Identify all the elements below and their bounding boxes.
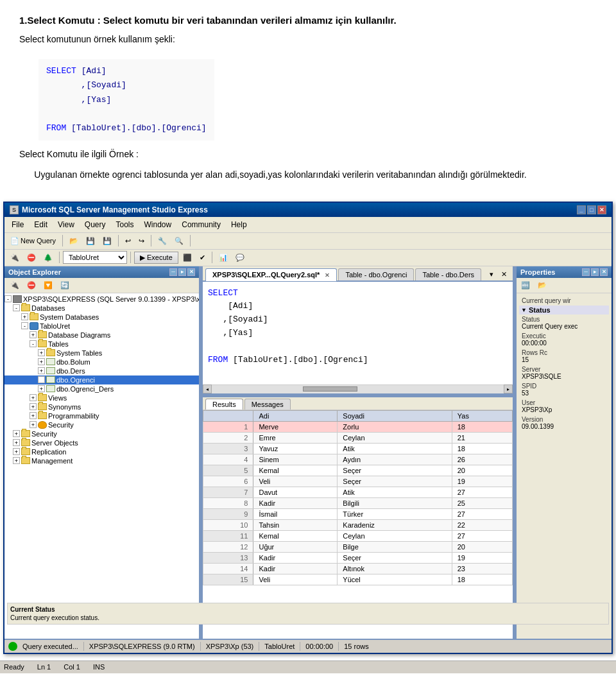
tree-node-synonyms[interactable]: + Synonyms: [4, 402, 199, 411]
replication-toggle[interactable]: +: [13, 448, 20, 455]
undo-button[interactable]: ↩: [122, 235, 134, 247]
tree-node-db-diagrams[interactable]: + Database Diagrams: [4, 331, 199, 340]
table-row[interactable]: 6 Veli Seçer 19: [203, 476, 513, 487]
dbo-ogrenci-ders-toggle[interactable]: +: [38, 385, 45, 392]
tree-node-dbo-ogrenci[interactable]: + dbo.Ogrenci: [4, 375, 199, 384]
disconnect-button[interactable]: ⛔: [24, 252, 39, 264]
results-tab-results[interactable]: Results: [205, 399, 243, 410]
tree-node-security-top[interactable]: + Security: [4, 429, 199, 438]
messages-button[interactable]: 💬: [232, 252, 248, 264]
table-row[interactable]: 10 Tahsin Karadeniz 22: [203, 519, 513, 530]
parse-button[interactable]: ✔: [196, 252, 209, 264]
tree-node-server[interactable]: - XPSP3\SQLEXPRESS (SQL Server 9.0.1399 …: [4, 295, 199, 304]
hscroll-right[interactable]: ▸: [504, 384, 513, 393]
databases-toggle[interactable]: -: [13, 304, 20, 311]
save-button[interactable]: 💾: [83, 235, 98, 247]
tablouret-toggle[interactable]: -: [21, 322, 28, 329]
new-query-button[interactable]: 📄 New Query: [7, 235, 59, 247]
save-all-button[interactable]: 💾: [99, 235, 115, 247]
query-hscroll[interactable]: ◂ ▸: [203, 384, 513, 393]
table-row[interactable]: 7 Davut Atik 27: [203, 487, 513, 497]
dbo-ders-toggle[interactable]: +: [38, 367, 45, 374]
oe-refresh-button[interactable]: 🔄: [57, 279, 73, 291]
properties-header-buttons[interactable]: ─ ▸ ✕: [582, 268, 608, 276]
maximize-button[interactable]: □: [587, 205, 596, 214]
system-tables-toggle[interactable]: +: [38, 349, 45, 356]
tree-node-programmability[interactable]: + Programmability: [4, 411, 199, 420]
panel-header-buttons[interactable]: ─ ▸ ✕: [169, 268, 195, 276]
tree-node-dbo-ders[interactable]: + dbo.Ders: [4, 367, 199, 375]
security-top-toggle[interactable]: +: [13, 430, 20, 437]
table-row[interactable]: 8 Kadir Bilgili 25: [203, 497, 513, 508]
tabs-dropdown-button[interactable]: ▾: [486, 268, 497, 280]
table-row[interactable]: 9 İsmail Türker 27: [203, 508, 513, 519]
tabs-right-buttons[interactable]: ▾ ✕: [486, 268, 510, 280]
tree-node-tablouret[interactable]: - TabloUret: [4, 322, 199, 331]
hscroll-left[interactable]: ◂: [203, 384, 212, 393]
table-row[interactable]: 14 Kadir Altınok 23: [203, 563, 513, 574]
menu-view[interactable]: View: [53, 218, 79, 231]
dbo-bolum-toggle[interactable]: +: [38, 358, 45, 365]
menu-help[interactable]: Help: [227, 218, 252, 231]
query-tab-0-close[interactable]: ✕: [325, 272, 330, 279]
oe-connect-button[interactable]: 🔌: [7, 279, 22, 291]
management-toggle[interactable]: +: [13, 457, 20, 464]
tree-node-dbo-ogrenci-ders[interactable]: + dbo.Ogrenci_Ders: [4, 384, 199, 393]
tree-node-databases[interactable]: - Databases: [4, 304, 199, 313]
properties-button[interactable]: 🔧: [155, 235, 170, 247]
tree-node-system-tables[interactable]: + System Tables: [4, 349, 199, 358]
menu-tools[interactable]: Tools: [112, 218, 139, 231]
query-tab-1[interactable]: Table - dbo.Ogrenci: [338, 268, 414, 280]
execute-button[interactable]: ▶ Execute: [134, 252, 178, 264]
query-editor[interactable]: SELECT [Adi] ,[Soyadi] ,[Yas] FROM [Tabl…: [203, 282, 513, 384]
table-row[interactable]: 15 Veli Yücel 18: [203, 574, 513, 585]
programmability-toggle[interactable]: +: [30, 412, 37, 419]
panel-pin-button[interactable]: ─: [169, 268, 177, 276]
panel-arrow-button[interactable]: ▸: [178, 268, 186, 276]
tree-node-management[interactable]: + Management: [4, 456, 199, 465]
menu-query[interactable]: Query: [80, 218, 110, 231]
query-tab-2[interactable]: Table - dbo.Ders: [415, 268, 481, 280]
find-button[interactable]: 🔍: [171, 235, 187, 247]
prop-sort-az-button[interactable]: 🔤: [518, 279, 533, 291]
tree-node-system-databases[interactable]: + System Databases: [4, 313, 199, 322]
tabs-close-button[interactable]: ✕: [498, 268, 510, 280]
menu-file[interactable]: File: [7, 218, 28, 231]
database-combo[interactable]: TabloUret: [63, 251, 127, 264]
table-row[interactable]: 3 Yavuz Atik 18: [203, 443, 513, 454]
server-toggle[interactable]: -: [4, 295, 12, 302]
open-button[interactable]: 📂: [66, 235, 81, 247]
prop-arrow-button[interactable]: ▸: [591, 268, 599, 276]
oe-filter-button[interactable]: 🔽: [40, 279, 56, 291]
hscroll-track[interactable]: [221, 386, 495, 392]
results-tab-messages[interactable]: Messages: [244, 399, 291, 410]
oe-disconnect-button[interactable]: ⛔: [24, 279, 39, 291]
server-objects-toggle[interactable]: +: [13, 439, 20, 446]
views-toggle[interactable]: +: [30, 394, 37, 401]
tree-node-views[interactable]: + Views: [4, 393, 199, 402]
tree-node-tables[interactable]: - Tables: [4, 340, 199, 349]
tree-node-security-db[interactable]: + Security: [4, 420, 199, 429]
results-button[interactable]: 📊: [216, 252, 231, 264]
tree-node-replication[interactable]: + Replication: [4, 447, 199, 456]
table-row[interactable]: 2 Emre Ceylan 21: [203, 432, 513, 443]
system-db-toggle[interactable]: +: [21, 313, 28, 320]
table-row[interactable]: 11 Kemal Ceylan 27: [203, 530, 513, 541]
db-diagrams-toggle[interactable]: +: [30, 331, 37, 338]
status-section-header[interactable]: ▼ Status: [519, 306, 609, 315]
tree-node-server-objects[interactable]: + Server Objects: [4, 438, 199, 447]
table-row[interactable]: 12 Uğur Bilge 20: [203, 541, 513, 552]
menu-community[interactable]: Community: [177, 218, 225, 231]
security-db-toggle[interactable]: +: [30, 421, 37, 428]
menu-window[interactable]: Window: [140, 218, 176, 231]
minimize-button[interactable]: _: [577, 205, 586, 214]
table-row[interactable]: 5 Kemal Seçer 20: [203, 465, 513, 476]
table-row[interactable]: 4 Sinem Aydın 26: [203, 454, 513, 465]
table-row[interactable]: 13 Kadir Seçer 19: [203, 552, 513, 563]
tree-node-dbo-bolum[interactable]: + dbo.Bolum: [4, 358, 199, 367]
menu-edit[interactable]: Edit: [30, 218, 52, 231]
tables-toggle[interactable]: -: [30, 340, 37, 347]
prop-pin-button[interactable]: ─: [582, 268, 590, 276]
query-tab-0[interactable]: XPSP3\SQLEXP...QLQuery2.sql* ✕: [205, 268, 337, 281]
panel-close-button[interactable]: ✕: [187, 268, 195, 276]
